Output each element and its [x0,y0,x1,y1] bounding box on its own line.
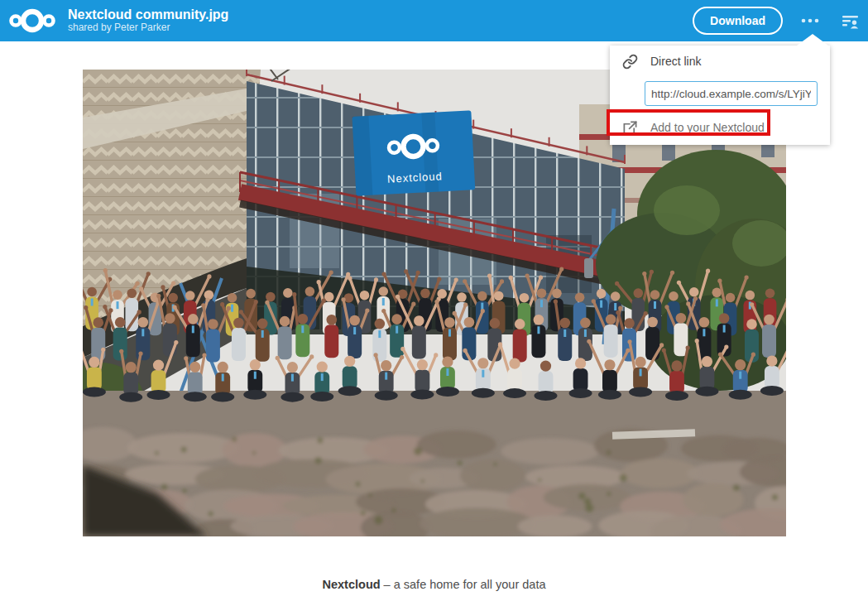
link-icon [622,54,638,70]
menu-item-direct-link[interactable]: Direct link [610,46,830,76]
footer-caption: Nextcloud – a safe home for all your dat… [0,578,868,591]
header-titles: Nextcloud community.jpg shared by Peter … [68,7,228,34]
more-menu-button[interactable] [796,7,824,35]
external-link-icon [622,120,638,136]
caption-tagline: – a safe home for all your data [381,578,546,591]
menu-item-label: Add to your Nextcloud [650,121,765,134]
menu-item-label: Direct link [650,55,701,68]
file-title: Nextcloud community.jpg [68,7,228,22]
menu-item-add-to-nextcloud[interactable]: Add to your Nextcloud [610,113,830,142]
details-list-person-icon [841,12,860,31]
nextcloud-logo-icon [8,6,56,36]
share-menu-popover: Direct link Add to your Nextcloud [610,46,830,145]
photo-nextcloud-banner: Nextcloud [352,110,475,195]
details-toggle-button[interactable] [837,8,863,34]
app-header: Nextcloud community.jpg shared by Peter … [0,0,868,41]
direct-link-input[interactable] [645,81,818,106]
download-button[interactable]: Download [693,7,783,35]
caption-brand: Nextcloud [323,578,381,591]
ellipsis-icon [799,10,821,31]
header-actions: Download [693,7,863,35]
photo-lamp [584,258,593,278]
popover-caret [797,34,828,46]
shared-by-subtitle: shared by Peter Parker [68,22,228,34]
